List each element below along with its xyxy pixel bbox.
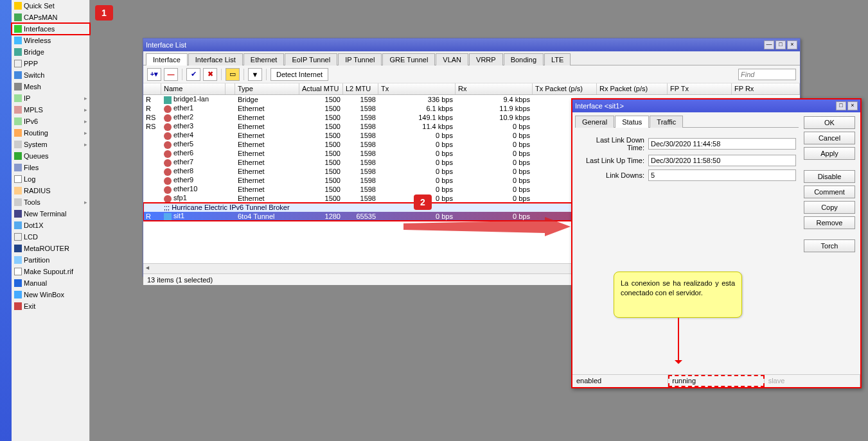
filter-button[interactable]: ▼ <box>248 68 262 81</box>
column-header[interactable]: Actual MTU <box>299 83 343 94</box>
comment-button[interactable]: ▭ <box>226 68 240 81</box>
window-title: Interface List <box>146 41 763 49</box>
menu-item-ppp[interactable]: PPP <box>12 58 90 69</box>
radius-icon <box>14 187 22 195</box>
grid-header[interactable]: NameTypeActual MTUL2 MTUTxRxTx Packet (p… <box>143 83 800 95</box>
copy-button[interactable]: Copy <box>804 201 855 214</box>
tab-eoip-tunnel[interactable]: EoIP Tunnel <box>285 53 337 65</box>
mesh-icon <box>14 83 22 91</box>
column-header[interactable]: Type <box>235 83 299 94</box>
tab-vlan[interactable]: VLAN <box>436 53 468 65</box>
column-header[interactable]: FP Rx <box>732 83 800 94</box>
menu-item-files[interactable]: Files <box>12 162 90 173</box>
capsman-icon <box>14 13 22 21</box>
detail-content: GeneralStatusTraffic Last Link Down Time… <box>572 112 801 374</box>
tab-gre-tunnel[interactable]: GRE Tunnel <box>382 53 435 65</box>
column-header[interactable]: L2 MTU <box>343 83 378 94</box>
menu-item-quick-set[interactable]: Quick Set <box>12 0 90 12</box>
status-slave: slave <box>765 375 860 387</box>
titlebar[interactable]: Interface List — □ × <box>143 39 800 51</box>
menu-item-ip[interactable]: IP▸ <box>12 92 90 104</box>
close-button[interactable]: × <box>847 101 858 110</box>
tab-ethernet[interactable]: Ethernet <box>244 53 285 65</box>
enable-button[interactable]: ✔ <box>186 68 200 81</box>
menu-item-mpls[interactable]: MPLS▸ <box>12 104 90 116</box>
mpls-icon <box>14 106 22 114</box>
menu-item-interfaces[interactable]: Interfaces <box>12 23 90 35</box>
remove-button[interactable]: — <box>164 68 178 81</box>
cancel-button[interactable]: Cancel <box>804 132 855 144</box>
menu-item-make-supout-rif[interactable]: Make Supout.rif <box>12 266 90 277</box>
menu-item-new-winbox[interactable]: New WinBox <box>12 289 90 300</box>
toolbar: +▾ — ✔ ✖ ▭ ▼ Detect Internet <box>143 65 800 83</box>
minimize-button[interactable]: — <box>764 40 774 49</box>
column-header[interactable]: Rx <box>456 83 533 94</box>
remove-button[interactable]: Remove <box>804 216 855 229</box>
submenu-arrow-icon: ▸ <box>84 95 87 101</box>
field-last-up[interactable] <box>648 155 796 166</box>
eth-icon <box>164 195 172 203</box>
tab-vrrp[interactable]: VRRP <box>469 53 503 65</box>
menu-item-switch[interactable]: Switch <box>12 69 90 81</box>
menu-item-metarouter[interactable]: MetaROUTER <box>12 243 90 254</box>
quickset-icon <box>14 2 22 10</box>
bridge-icon <box>164 96 172 104</box>
menu-item-bridge[interactable]: Bridge <box>12 46 90 58</box>
detail-tabs: GeneralStatusTraffic <box>575 115 799 128</box>
comment-button[interactable]: Comment <box>804 186 855 198</box>
menu-item-queues[interactable]: Queues <box>12 150 90 162</box>
column-header[interactable]: Tx <box>378 83 456 94</box>
column-header[interactable]: Name <box>161 83 226 94</box>
menu-item-new-terminal[interactable]: New Terminal <box>12 208 90 220</box>
menu-item-log[interactable]: Log <box>12 173 90 185</box>
column-header[interactable] <box>226 83 235 94</box>
tab-bonding[interactable]: Bonding <box>504 53 544 65</box>
maximize-button[interactable]: □ <box>836 101 846 110</box>
status-running: running <box>668 375 764 387</box>
titlebar[interactable]: Interface <sit1> □ × <box>572 99 860 112</box>
find-input[interactable] <box>738 69 796 80</box>
svg-marker-0 <box>403 217 571 236</box>
detail-tab-general[interactable]: General <box>575 116 614 128</box>
close-button[interactable]: × <box>787 40 797 49</box>
menu-item-mesh[interactable]: Mesh <box>12 81 90 92</box>
tab-ip-tunnel[interactable]: IP Tunnel <box>338 53 382 65</box>
app-title: RouterOS WinBox <box>0 356 1 419</box>
eth-icon <box>164 177 172 185</box>
torch-button[interactable]: Torch <box>804 239 855 252</box>
tab-interface-list[interactable]: Interface List <box>188 53 243 65</box>
menu-item-capsman[interactable]: CAPsMAN <box>12 12 90 23</box>
add-button[interactable]: +▾ <box>147 68 161 81</box>
column-header[interactable]: Tx Packet (p/s) <box>533 83 597 94</box>
tab-lte[interactable]: LTE <box>544 53 571 65</box>
column-header[interactable]: Rx Packet (p/s) <box>597 83 668 94</box>
menu-item-tools[interactable]: Tools▸ <box>12 196 90 208</box>
menu-item-partition[interactable]: Partition <box>12 254 90 266</box>
field-last-down[interactable] <box>648 138 796 150</box>
menu-item-lcd[interactable]: LCD <box>12 231 90 243</box>
apply-button[interactable]: Apply <box>804 147 855 160</box>
detail-tab-status[interactable]: Status <box>615 116 649 128</box>
menu-item-manual[interactable]: Manual <box>12 277 90 289</box>
field-link-downs[interactable] <box>648 169 796 181</box>
menu-item-radius[interactable]: RADIUS <box>12 185 90 196</box>
menu-item-dot1x[interactable]: Dot1X <box>12 220 90 231</box>
ok-button[interactable]: OK <box>804 116 855 129</box>
menu-item-ipv6[interactable]: IPv6▸ <box>12 116 90 127</box>
exit-icon <box>14 302 22 310</box>
detect-internet-button[interactable]: Detect Internet <box>270 68 328 81</box>
detail-tab-traffic[interactable]: Traffic <box>650 116 683 128</box>
column-header[interactable]: FP Tx <box>668 83 732 94</box>
label-last-down: Last Link Down Time: <box>578 136 648 151</box>
interface-detail-window: Interface <sit1> □ × GeneralStatusTraffi… <box>571 98 862 388</box>
menu-item-wireless[interactable]: Wireless <box>12 35 90 46</box>
maximize-button[interactable]: □ <box>775 40 786 49</box>
column-header[interactable] <box>143 83 161 94</box>
menu-item-system[interactable]: System▸ <box>12 139 90 150</box>
sidebar: RouterOS WinBox Quick SetCAPsMANInterfac… <box>0 0 90 441</box>
disable-button[interactable]: ✖ <box>203 68 217 81</box>
tab-interface[interactable]: Interface <box>146 53 188 65</box>
disable-button[interactable]: Disable <box>804 170 855 183</box>
menu-item-routing[interactable]: Routing▸ <box>12 127 90 139</box>
menu-item-exit[interactable]: Exit <box>12 300 90 312</box>
